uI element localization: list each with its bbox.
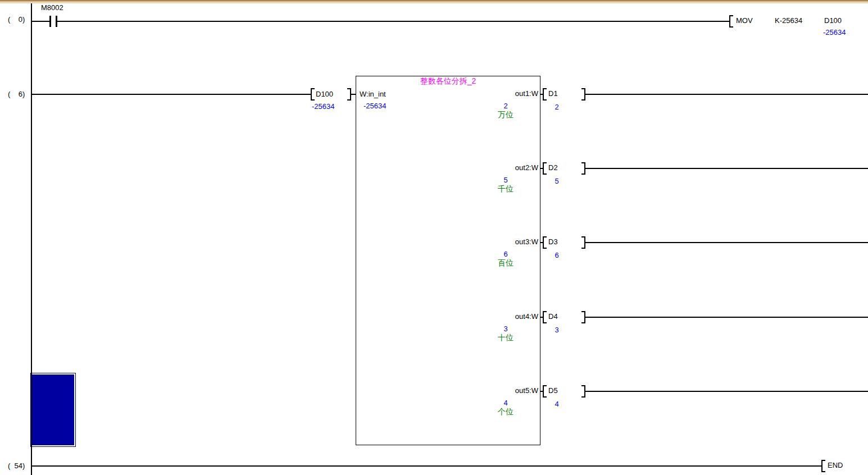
mov-open-bracket [729, 15, 733, 28]
rung6-wire-left [32, 94, 311, 95]
out3-device: D3 [548, 238, 558, 246]
out3-open-bracket [543, 236, 547, 249]
out4-comment: 十位 [491, 334, 520, 342]
rung6-wire-to-block [351, 94, 356, 95]
out2-device-operand[interactable]: D2 [543, 162, 585, 175]
left-power-rail [31, 3, 32, 475]
out1-device-operand[interactable]: D1 [543, 88, 585, 101]
out2-comment: 千位 [491, 185, 520, 193]
out4-device: D4 [548, 312, 558, 321]
rung0-wire-main [57, 21, 730, 22]
instruction-end[interactable]: END [821, 460, 855, 472]
out3-wire-run [585, 242, 868, 243]
instruction-mov[interactable]: MOV K-25634 D100 -25634 [729, 12, 864, 38]
out4-device-monitor-value: 3 [543, 326, 571, 334]
out2-wire-run [585, 168, 868, 169]
rung54-step-number: ( 54) [8, 462, 25, 470]
out5-open-bracket [543, 385, 547, 398]
fb-input-operand-d100[interactable]: D100 -25634 [311, 87, 351, 112]
rung0-step-number: ( 0) [8, 15, 25, 24]
out2-device-monitor-value: 5 [543, 177, 571, 185]
out3-comment: 百位 [491, 259, 520, 267]
out5-device-operand[interactable]: D5 [543, 385, 585, 398]
out1-open-bracket [543, 88, 547, 101]
out5-device: D5 [548, 386, 558, 395]
out2-pin-label: out2:W [478, 163, 538, 172]
out3-monitor-value: 6 [492, 250, 520, 258]
mov-dest-monitor-value: -25634 [823, 28, 846, 36]
out4-open-bracket [543, 311, 547, 323]
contact-bar-left [49, 16, 51, 27]
out1-comment: 万位 [491, 111, 520, 119]
mov-source-operand: K-25634 [775, 16, 802, 25]
out2-open-bracket [543, 162, 547, 175]
d100-close-bracket [347, 88, 351, 101]
mov-opcode: MOV [736, 16, 753, 25]
rung6-step-number: ( 6) [8, 90, 25, 98]
ladder-editor-canvas: ( 0) M8002 MOV K-25634 D100 -25634 ( 6) … [0, 0, 868, 475]
out4-wire-run [585, 317, 868, 318]
out3-device-operand[interactable]: D3 [543, 236, 585, 249]
rung0-wire-left [32, 21, 49, 22]
out1-device: D1 [548, 89, 558, 98]
fb-input-pin-label: W:in_int [360, 90, 386, 98]
out5-comment: 个位 [491, 408, 520, 416]
fb-input-monitor-value: -25634 [363, 102, 386, 110]
function-block-title: 整数各位分拆_2 [356, 77, 540, 85]
out4-device-operand[interactable]: D4 [543, 311, 585, 323]
out2-monitor-value: 5 [492, 176, 520, 184]
out5-wire-run [585, 391, 868, 392]
contact-m8002[interactable] [49, 16, 57, 27]
out5-pin-label: out5:W [478, 386, 538, 395]
end-label: END [828, 461, 843, 469]
out5-monitor-value: 4 [492, 399, 520, 407]
out1-device-monitor-value: 2 [543, 103, 571, 111]
out4-monitor-value: 3 [492, 325, 520, 333]
out1-wire-run [585, 94, 868, 95]
out5-device-monitor-value: 4 [543, 400, 571, 408]
end-open-bracket [821, 460, 825, 472]
d100-monitor-value: -25634 [312, 102, 334, 111]
rung0-contact-label: M8002 [41, 3, 63, 12]
mov-dest-operand: D100 [824, 16, 842, 25]
rung54-wire [32, 465, 821, 467]
out4-pin-label: out4:W [478, 312, 538, 321]
d100-open-bracket [311, 88, 315, 101]
edit-cursor-cell[interactable] [30, 373, 76, 447]
d100-device: D100 [316, 90, 333, 98]
out2-device: D2 [548, 163, 558, 172]
out3-pin-label: out3:W [478, 238, 538, 246]
out3-device-monitor-value: 6 [543, 251, 571, 259]
window-top-border [0, 0, 868, 3]
out1-monitor-value: 2 [492, 102, 520, 110]
out1-pin-label: out1:W [478, 89, 538, 98]
